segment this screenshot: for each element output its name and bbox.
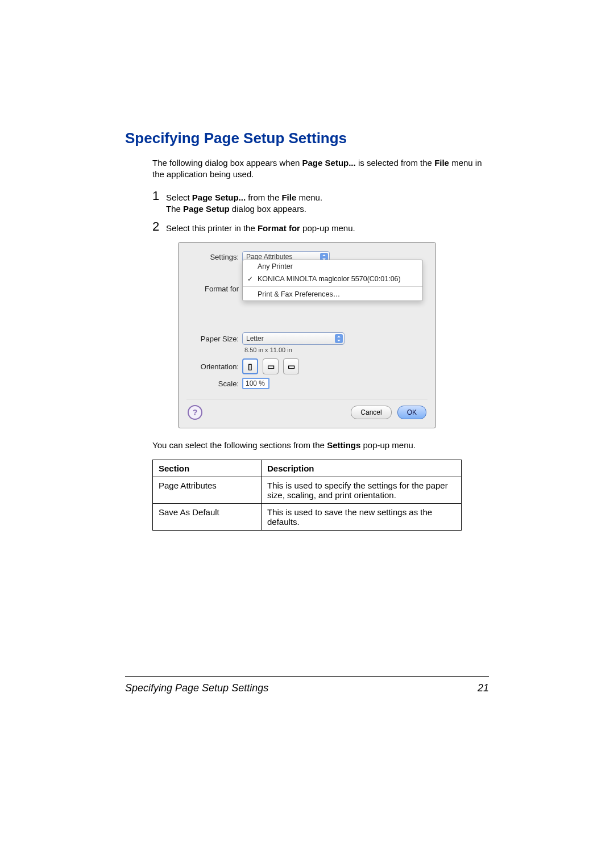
step-text: Select this printer in the Format for po…	[166, 220, 355, 234]
menu-item-label: Any Printer	[258, 262, 293, 270]
check-icon: ✓	[247, 275, 253, 283]
menu-item-label: KONICA MINOLTA magicolor 5570(C0:01:06)	[258, 275, 401, 283]
step-bold: File	[281, 193, 296, 202]
scale-label: Scale:	[186, 379, 242, 388]
footer-page-number: 21	[478, 682, 489, 694]
cell-description: This is used to specify the settings for…	[262, 477, 462, 503]
help-button[interactable]: ?	[188, 405, 202, 420]
step-fragment: pop-up menu.	[300, 223, 355, 233]
cell-section: Save As Default	[153, 503, 262, 530]
portrait-icon: ▯	[248, 362, 252, 371]
page-title: Specifying Page Setup Settings	[125, 130, 489, 147]
ok-button[interactable]: OK	[397, 406, 426, 419]
step-number: 2	[152, 220, 166, 233]
step-text: Select Page Setup... from the File menu.…	[166, 190, 322, 215]
intro-bold: File	[434, 158, 449, 168]
format-for-row: Format for Any Printer ✓ KONICA MINOLTA …	[179, 265, 435, 331]
table-header-row: Section Description	[153, 460, 462, 477]
paper-size-label: Paper Size:	[186, 335, 242, 343]
format-for-menu-item[interactable]: Print & Fax Preferences…	[243, 286, 422, 301]
page-setup-dialog: Settings: Page Attributes Format for Any…	[178, 242, 436, 428]
format-for-menu-item[interactable]: Any Printer	[243, 260, 422, 273]
footer-title: Specifying Page Setup Settings	[125, 682, 268, 694]
step-bold: Page Setup	[183, 204, 230, 214]
step-fragment: from the	[246, 193, 281, 202]
paper-size-row: Paper Size: Letter	[179, 331, 435, 347]
orientation-landscape-right[interactable]: ▭	[283, 358, 299, 374]
cell-section: Page Attributes	[153, 477, 262, 503]
scale-input[interactable]	[242, 378, 269, 389]
paper-dimensions: 8.50 in x 11.00 in	[241, 347, 435, 357]
orientation-portrait[interactable]: ▯	[242, 358, 258, 374]
format-for-menu-item[interactable]: ✓ KONICA MINOLTA magicolor 5570(C0:01:06…	[243, 273, 422, 285]
step-bold: Page Setup...	[192, 193, 246, 202]
paper-size-value: Letter	[246, 335, 264, 343]
table-header-section: Section	[153, 460, 262, 477]
step-fragment: dialog box appears.	[230, 204, 306, 214]
landscape-flip-icon: ▭	[288, 362, 295, 371]
orientation-label: Orientation:	[186, 362, 242, 371]
page-content: Specifying Page Setup Settings The follo…	[125, 130, 489, 531]
intro-text: The following dialog box appears when	[152, 158, 302, 168]
intro-bold: Page Setup...	[302, 158, 356, 168]
step-number: 1	[152, 190, 166, 202]
popup-arrows-icon	[335, 334, 343, 343]
orientation-row: Orientation: ▯ ▭ ▭	[179, 357, 435, 376]
text-fragment: pop-up menu.	[360, 440, 416, 450]
paper-size-popup[interactable]: Letter	[242, 332, 345, 345]
menu-item-label: Print & Fax Preferences…	[258, 290, 340, 298]
orientation-landscape-left[interactable]: ▭	[263, 358, 279, 374]
intro-paragraph: The following dialog box appears when Pa…	[152, 157, 489, 181]
text-bold: Settings	[327, 440, 360, 450]
table-row: Page Attributes This is used to specify …	[153, 477, 462, 503]
table-header-description: Description	[262, 460, 462, 477]
sections-table: Section Description Page Attributes This…	[152, 460, 462, 531]
text-fragment: You can select the following sections fr…	[152, 440, 327, 450]
dialog-separator	[186, 399, 428, 399]
post-dialog-text: You can select the following sections fr…	[152, 440, 489, 451]
format-for-menu[interactable]: Any Printer ✓ KONICA MINOLTA magicolor 5…	[242, 260, 423, 301]
page-footer: Specifying Page Setup Settings 21	[125, 676, 489, 694]
cancel-button[interactable]: Cancel	[351, 406, 391, 419]
table-row: Save As Default This is used to save the…	[153, 503, 462, 530]
step-fragment: The	[166, 204, 183, 214]
dialog-footer: ? Cancel OK	[179, 405, 435, 422]
step-2: 2 Select this printer in the Format for …	[152, 220, 489, 234]
format-for-label: Format for	[186, 265, 242, 293]
cell-description: This is used to save the new settings as…	[262, 503, 462, 530]
step-fragment: Select	[166, 193, 192, 202]
step-fragment: Select this printer in the	[166, 223, 258, 233]
scale-row: Scale:	[179, 376, 435, 391]
step-fragment: menu.	[296, 193, 322, 202]
landscape-icon: ▭	[267, 362, 275, 371]
step-bold: Format for	[258, 223, 300, 233]
settings-label: Settings:	[186, 253, 242, 261]
step-1: 1 Select Page Setup... from the File men…	[152, 190, 489, 215]
intro-text: is selected from the	[356, 158, 434, 168]
